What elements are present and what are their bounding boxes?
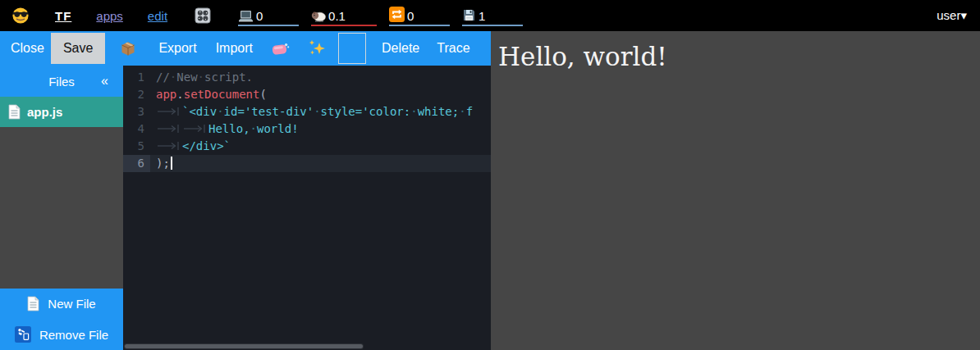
- files-header: Files «: [0, 66, 123, 97]
- brand-link[interactable]: TF: [55, 9, 71, 23]
- line-number: 5: [123, 138, 150, 155]
- laptop-icon: [238, 10, 254, 22]
- user-menu[interactable]: user▾: [936, 8, 967, 23]
- line-content: `<div·id='test-div'·style='color:·white;…: [150, 103, 491, 120]
- tab-arrow-icon: [156, 141, 181, 151]
- editor-toolbar: Close Save Export Import Delete Trace: [0, 31, 491, 66]
- stat-value: 0: [407, 10, 414, 22]
- sparkles-icon: [308, 39, 327, 57]
- sparkles-button[interactable]: [308, 39, 327, 57]
- code-line[interactable]: 4Hello,·world!: [123, 120, 491, 138]
- whitespace-dot: ·: [170, 70, 176, 84]
- control-knobs-icon: [195, 7, 211, 24]
- code-line[interactable]: 3`<div·id='test-div'·style='color:·white…: [123, 103, 491, 120]
- preview-heading: Hello, world!: [498, 42, 980, 71]
- horizontal-scrollbar-thumb[interactable]: [125, 344, 363, 348]
- code-line[interactable]: 6);: [123, 155, 491, 172]
- soap-icon: [272, 42, 290, 56]
- code-line[interactable]: 1//·New·script.: [123, 69, 491, 86]
- new-file-label: New File: [48, 297, 95, 311]
- files-sidebar: Files « app.js New File: [0, 66, 123, 350]
- line-content: //·New·script.: [150, 69, 491, 86]
- save-button[interactable]: Save: [51, 33, 105, 64]
- files-title: Files: [48, 75, 75, 89]
- control-knobs-button[interactable]: [195, 7, 211, 24]
- repeat-icon: [389, 7, 405, 22]
- tab-arrow-icon: [156, 107, 181, 116]
- stat-value: 1: [479, 10, 485, 22]
- file-name: app.js: [27, 105, 62, 119]
- code-line[interactable]: 5</div>`: [123, 138, 491, 155]
- logo-button[interactable]: [11, 7, 30, 25]
- package-button[interactable]: [120, 40, 136, 57]
- litter-bin-icon: [15, 326, 31, 343]
- whitespace-dot: ·: [410, 105, 417, 118]
- stat-value: 0: [256, 10, 263, 22]
- hamster-icon: [311, 10, 326, 22]
- code-line[interactable]: 2app.setDocument(: [123, 86, 491, 103]
- nav-apps-link[interactable]: apps: [96, 9, 123, 23]
- file-item-appjs[interactable]: app.js: [0, 97, 123, 127]
- delete-button[interactable]: Delete: [382, 41, 419, 56]
- stat-field-repeat[interactable]: 0: [389, 5, 450, 26]
- stat-value: 0.1: [328, 10, 346, 22]
- tab-arrow-icon: [156, 124, 181, 134]
- line-content: app.setDocument(: [150, 86, 491, 103]
- whitespace-dot: ·: [314, 105, 320, 118]
- new-file-button[interactable]: New File: [0, 289, 123, 319]
- smiley-sunglasses-icon: [11, 7, 30, 25]
- line-content: Hello,·world!: [150, 120, 491, 138]
- close-button[interactable]: Close: [11, 41, 44, 56]
- line-number: 3: [123, 103, 150, 120]
- code-editor[interactable]: 1//·New·script.2app.setDocument(3`<div·i…: [123, 66, 491, 350]
- line-number: 6: [123, 155, 150, 172]
- sidebar-filler: [0, 127, 123, 289]
- whitespace-dot: ·: [250, 122, 257, 135]
- document-icon: [8, 104, 21, 120]
- import-button[interactable]: Import: [216, 41, 253, 56]
- soap-button[interactable]: [272, 42, 290, 56]
- line-number: 2: [123, 86, 150, 103]
- new-file-icon: [27, 296, 39, 311]
- tab-arrow-icon: [182, 124, 208, 134]
- package-icon: [120, 40, 136, 57]
- remove-file-button[interactable]: Remove File: [0, 319, 123, 350]
- stat-field-laptop[interactable]: 0: [238, 5, 299, 26]
- line-number: 4: [123, 120, 150, 138]
- trace-button[interactable]: Trace: [437, 41, 469, 56]
- collapse-sidebar-button[interactable]: «: [98, 66, 112, 97]
- floppy-icon: [462, 8, 476, 22]
- line-content: );: [150, 155, 491, 172]
- whitespace-dot: ·: [198, 70, 204, 84]
- stat-field-floppy[interactable]: 1: [462, 5, 523, 26]
- line-number: 1: [123, 69, 150, 86]
- line-content: </div>`: [150, 138, 491, 155]
- nav-edit-link[interactable]: edit: [148, 9, 167, 23]
- preview-panel: Hello, world!: [491, 31, 980, 350]
- whitespace-dot: ·: [459, 105, 465, 118]
- remove-file-label: Remove File: [39, 328, 108, 342]
- stat-field-hamster[interactable]: 0.1: [311, 5, 377, 26]
- text-cursor: [171, 157, 172, 170]
- blank-toolbar-box[interactable]: [338, 33, 366, 64]
- code-lines: 1//·New·script.2app.setDocument(3`<div·i…: [123, 66, 491, 172]
- export-button[interactable]: Export: [158, 41, 196, 56]
- topbar: TF apps edit 0: [0, 0, 980, 31]
- whitespace-dot: ·: [217, 105, 223, 118]
